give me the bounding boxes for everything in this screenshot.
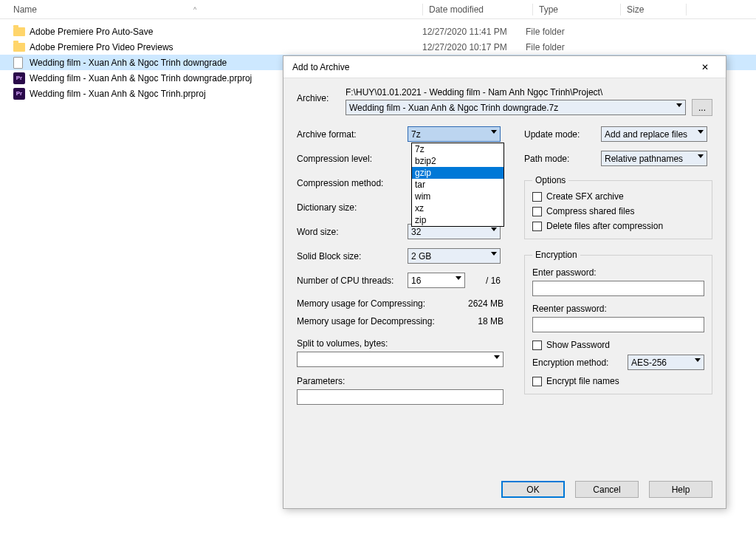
sort-caret-icon: ^ xyxy=(193,6,196,13)
folder-icon xyxy=(13,27,25,36)
path-mode-value: Relative pathnames xyxy=(605,154,683,164)
cancel-button[interactable]: Cancel xyxy=(575,481,639,498)
encryption-method-label: Encryption method: xyxy=(532,358,628,368)
archive-name-value: Wedding film - Xuan Anh & Ngoc Trinh dow… xyxy=(349,103,558,113)
file-name: Adobe Premiere Pro Auto-Save xyxy=(30,27,422,37)
archive-name-input[interactable]: Wedding film - Xuan Anh & Ngoc Trinh dow… xyxy=(346,100,686,115)
close-button[interactable]: ✕ xyxy=(690,57,720,78)
update-mode-label: Update mode: xyxy=(524,129,601,140)
folder-icon xyxy=(13,43,25,52)
encrypt-filenames-label: Encrypt file names xyxy=(546,376,619,386)
dialog-body: Archive: F:\HUY\01.01.2021 - Wedding fil… xyxy=(284,78,726,473)
explorer-column-header: Name^ Date modified Type Size xyxy=(0,0,756,19)
enter-password-input[interactable] xyxy=(532,281,704,296)
premiere-icon: Pr xyxy=(13,88,25,100)
reenter-password-input[interactable] xyxy=(532,317,704,332)
archive-format-combo[interactable]: 7z xyxy=(408,126,501,142)
create-sfx-label: Create SFX archive xyxy=(546,191,624,202)
show-password-label: Show Password xyxy=(546,340,610,350)
cpu-threads-total: / 16 xyxy=(486,276,501,286)
chevron-down-icon xyxy=(456,276,461,280)
chevron-down-icon xyxy=(698,130,704,134)
solid-block-combo[interactable]: 2 GB xyxy=(408,248,501,264)
close-icon: ✕ xyxy=(701,62,709,72)
archive-format-value: 7z xyxy=(411,129,421,140)
dropdown-item-zip[interactable]: zip xyxy=(412,214,504,226)
file-type: File folder xyxy=(526,27,607,37)
encryption-method-combo[interactable]: AES-256 xyxy=(628,355,704,370)
dialog-title: Add to Archive xyxy=(292,62,690,72)
column-divider xyxy=(532,4,533,16)
checkbox-icon xyxy=(532,222,542,231)
checkbox-icon xyxy=(532,341,542,350)
compression-method-label: Compression method: xyxy=(297,178,408,188)
dropdown-item-7z[interactable]: 7z xyxy=(412,143,504,155)
encrypt-filenames-row[interactable]: Encrypt file names xyxy=(532,376,704,386)
delete-after-label: Delete files after compression xyxy=(546,221,663,231)
dropdown-item-wim[interactable]: wim xyxy=(412,191,504,202)
chevron-down-icon xyxy=(695,358,701,362)
column-date[interactable]: Date modified xyxy=(429,4,532,15)
cpu-threads-value: 16 xyxy=(411,276,421,286)
column-type[interactable]: Type xyxy=(539,4,620,15)
encryption-group: Encryption Enter password: Reenter passw… xyxy=(524,250,712,394)
browse-button[interactable]: ... xyxy=(692,99,712,116)
file-type: File folder xyxy=(526,42,607,52)
list-item[interactable]: Adobe Premiere Pro Video Previews 12/27/… xyxy=(0,39,756,55)
help-button[interactable]: Help xyxy=(649,481,712,498)
word-size-label: Word size: xyxy=(297,227,408,237)
memory-compress-value: 2624 MB xyxy=(459,298,504,309)
chevron-down-icon xyxy=(491,252,497,256)
dropdown-item-gzip[interactable]: gzip xyxy=(412,167,504,179)
dropdown-item-bzip2[interactable]: bzip2 xyxy=(412,155,504,167)
column-name[interactable]: Name^ xyxy=(13,4,422,15)
enter-password-label: Enter password: xyxy=(532,267,704,278)
update-mode-combo[interactable]: Add and replace files xyxy=(601,126,707,142)
compression-level-label: Compression level: xyxy=(297,154,408,164)
chevron-down-icon xyxy=(491,228,497,231)
parameters-label: Parameters: xyxy=(297,376,504,386)
column-size[interactable]: Size xyxy=(627,4,686,15)
dropdown-item-xz[interactable]: xz xyxy=(412,202,504,214)
solid-block-label: Solid Block size: xyxy=(297,251,408,261)
archive-format-dropdown: 7z bzip2 gzip tar wim xz zip xyxy=(411,143,504,227)
dropdown-item-tar[interactable]: tar xyxy=(412,179,504,191)
options-group: Options Create SFX archive Compress shar… xyxy=(524,175,712,239)
ok-button[interactable]: OK xyxy=(501,481,565,498)
cpu-threads-combo[interactable]: 16 xyxy=(408,273,465,288)
memory-decompress-value: 18 MB xyxy=(459,316,504,326)
archive-label: Archive: xyxy=(297,87,346,103)
file-icon xyxy=(13,57,23,69)
column-divider xyxy=(686,4,687,16)
path-mode-label: Path mode: xyxy=(524,154,601,164)
create-sfx-row[interactable]: Create SFX archive xyxy=(532,191,704,202)
compress-shared-label: Compress shared files xyxy=(546,206,634,216)
memory-compress-label: Memory usage for Compressing: xyxy=(297,298,459,309)
reenter-password-label: Reenter password: xyxy=(532,304,704,314)
checkbox-icon xyxy=(532,207,542,216)
solid-block-value: 2 GB xyxy=(411,251,431,261)
premiere-icon: Pr xyxy=(13,72,25,84)
parameters-input[interactable] xyxy=(297,389,504,405)
checkbox-icon xyxy=(532,192,542,202)
update-mode-value: Add and replace files xyxy=(605,129,687,140)
show-password-row[interactable]: Show Password xyxy=(532,340,704,350)
dictionary-size-label: Dictionary size: xyxy=(297,202,408,213)
column-name-label: Name xyxy=(13,4,37,15)
encryption-method-value: AES-256 xyxy=(631,358,667,368)
cpu-threads-label: Number of CPU threads: xyxy=(297,276,408,286)
delete-after-row[interactable]: Delete files after compression xyxy=(532,221,704,231)
path-mode-combo[interactable]: Relative pathnames xyxy=(601,151,707,166)
compress-shared-row[interactable]: Compress shared files xyxy=(532,206,704,216)
dialog-titlebar[interactable]: Add to Archive ✕ xyxy=(284,56,726,78)
archive-format-label: Archive format: xyxy=(297,129,408,140)
split-volumes-combo[interactable] xyxy=(297,352,504,367)
chevron-down-icon xyxy=(698,154,704,158)
add-to-archive-dialog: Add to Archive ✕ Archive: F:\HUY\01.01.2… xyxy=(283,55,726,509)
chevron-down-icon xyxy=(494,355,500,359)
file-name: Adobe Premiere Pro Video Previews xyxy=(30,42,422,52)
column-divider xyxy=(620,4,621,16)
list-item[interactable]: Adobe Premiere Pro Auto-Save 12/27/2020 … xyxy=(0,24,756,39)
dialog-button-row: OK Cancel Help xyxy=(284,473,726,508)
column-divider xyxy=(422,4,423,16)
